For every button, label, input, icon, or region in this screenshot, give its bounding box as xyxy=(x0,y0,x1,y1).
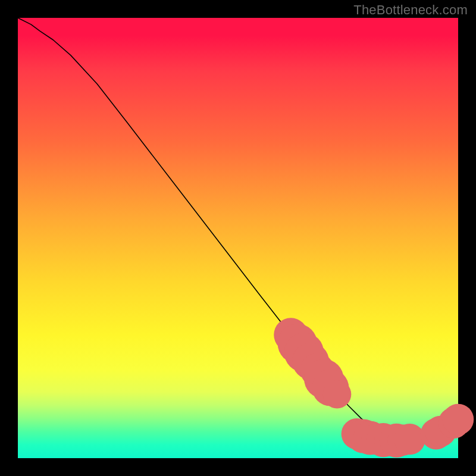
attribution-text: TheBottleneck.com xyxy=(353,2,468,18)
bottleneck-curve xyxy=(18,18,458,440)
chart-frame: TheBottleneck.com xyxy=(0,0,476,476)
chart-svg xyxy=(18,18,458,458)
data-marker xyxy=(394,424,425,455)
data-marker xyxy=(323,380,352,409)
plot-area xyxy=(18,18,458,458)
data-marker xyxy=(443,404,474,435)
marker-group xyxy=(274,318,474,458)
